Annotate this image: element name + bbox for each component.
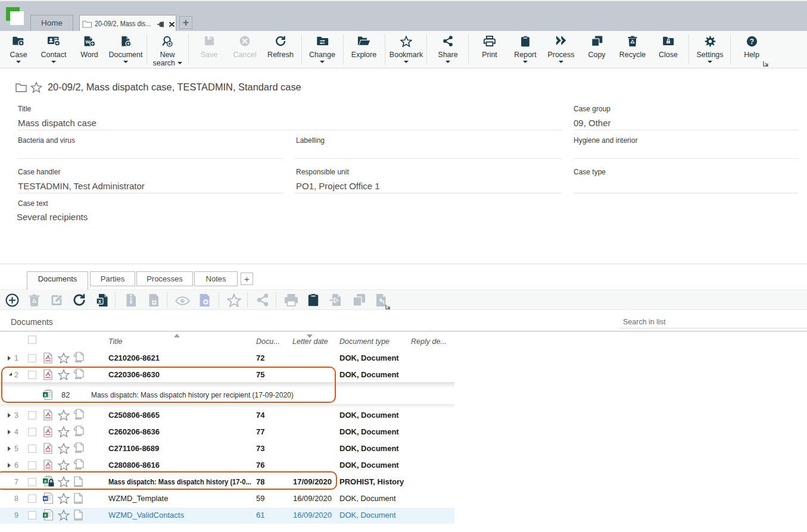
svg-text:*: *: [153, 300, 156, 307]
svg-text:?: ?: [749, 37, 753, 46]
svg-text:w: w: [43, 496, 47, 501]
svg-text:W: W: [85, 39, 90, 45]
svg-text:x: x: [98, 298, 101, 304]
